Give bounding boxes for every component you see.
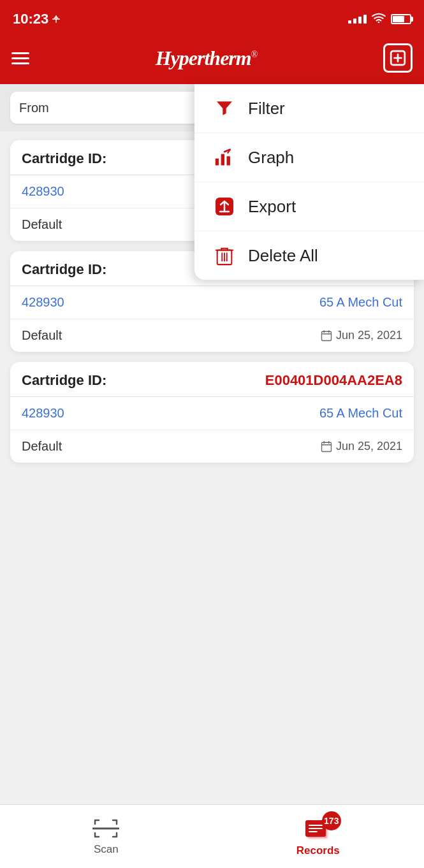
dropdown-export[interactable]: Export <box>194 182 424 231</box>
logo-text: Hypertherm <box>156 47 251 69</box>
battery-icon <box>391 14 411 24</box>
card-3[interactable]: Cartridge ID: E00401D004AA2EA8 428930 65… <box>10 362 414 463</box>
graph-label: Graph <box>248 148 294 168</box>
dropdown-delete[interactable]: Delete All <box>194 231 424 280</box>
card-1-profile: Default <box>22 217 62 232</box>
records-count: 173 <box>324 816 339 826</box>
status-bar: 10:23 <box>0 0 424 36</box>
location-icon <box>52 15 61 24</box>
filter-icon <box>212 98 237 119</box>
nav-records[interactable]: 173 Records <box>212 805 425 868</box>
time-display: 10:23 <box>13 11 48 27</box>
svg-rect-10 <box>227 156 230 165</box>
records-badge-container: 173 <box>304 816 332 841</box>
card-2-part-number: 428930 <box>22 295 64 310</box>
card-3-header-id: E00401D004AA2EA8 <box>265 372 402 389</box>
dropdown-filter[interactable]: Filter <box>194 84 424 133</box>
menu-button[interactable] <box>11 52 29 64</box>
card-2-profile-row: Default Jun 25, 2021 <box>10 319 414 352</box>
card-1-part-number: 428930 <box>22 184 64 199</box>
dropdown-graph[interactable]: Graph <box>194 133 424 182</box>
dropdown-menu: Filter Graph Export <box>194 84 424 280</box>
bottom-nav: Scan 173 Records <box>0 804 424 868</box>
card-2-date-text: Jun 25, 2021 <box>336 329 402 342</box>
scan-icon <box>92 818 119 839</box>
app-header: Hypertherm® <box>0 36 424 84</box>
wifi-icon <box>372 13 386 26</box>
card-3-date-text: Jun 25, 2021 <box>336 440 402 453</box>
export-svg <box>214 196 235 217</box>
card-2-part-row: 428930 65 A Mech Cut <box>10 286 414 319</box>
svg-rect-9 <box>221 154 224 166</box>
signal-icon <box>348 15 367 24</box>
filter-label: Filter <box>248 99 285 119</box>
delete-icon <box>212 245 237 266</box>
card-3-profile-row: Default Jun 25, 2021 <box>10 430 414 463</box>
card-3-profile: Default <box>22 439 62 454</box>
add-button[interactable] <box>383 43 413 73</box>
filter-svg <box>214 98 235 119</box>
nav-scan[interactable]: Scan <box>0 805 212 868</box>
add-icon <box>390 50 406 66</box>
scan-label: Scan <box>94 843 119 856</box>
calendar-small-icon <box>321 330 332 342</box>
card-3-part-row: 428930 65 A Mech Cut <box>10 397 414 430</box>
card-2-profile: Default <box>22 328 62 343</box>
card-3-part-number: 428930 <box>22 406 64 421</box>
calendar-small-icon-3 <box>321 441 332 452</box>
status-time: 10:23 <box>13 11 61 27</box>
export-label: Export <box>248 197 296 217</box>
graph-svg <box>214 147 235 168</box>
records-count-badge: 173 <box>322 811 341 830</box>
graph-icon <box>212 147 237 168</box>
card-3-cut-type: 65 A Mech Cut <box>319 406 402 421</box>
app-logo: Hypertherm® <box>156 47 258 70</box>
wifi-svg <box>372 13 386 23</box>
card-2-date: Jun 25, 2021 <box>321 329 402 342</box>
svg-rect-13 <box>321 331 331 340</box>
svg-point-0 <box>378 21 380 22</box>
svg-rect-14 <box>321 442 331 451</box>
card-2-cut-type: 65 A Mech Cut <box>319 295 402 310</box>
svg-rect-8 <box>216 159 219 166</box>
status-icons <box>348 13 411 26</box>
card-3-date: Jun 25, 2021 <box>321 440 402 453</box>
delete-svg <box>214 245 235 266</box>
card-3-header: Cartridge ID: E00401D004AA2EA8 <box>10 362 414 397</box>
records-label: Records <box>296 844 340 857</box>
export-icon <box>212 196 237 217</box>
card-3-header-label: Cartridge ID: <box>22 372 106 389</box>
delete-label: Delete All <box>248 246 318 266</box>
card-1-header-label: Cartridge ID: <box>22 150 106 167</box>
logo-reg: ® <box>251 50 258 59</box>
card-2-header-label: Cartridge ID: <box>22 261 106 278</box>
